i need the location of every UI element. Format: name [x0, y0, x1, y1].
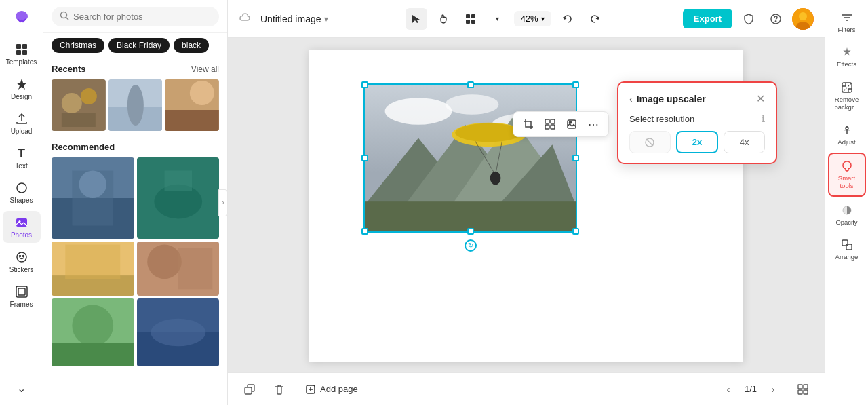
svg-rect-43 — [471, 14, 475, 18]
resize-handle-tr[interactable] — [572, 81, 579, 88]
svg-rect-51 — [545, 119, 549, 123]
upscaler-back-button[interactable]: ‹ — [629, 94, 633, 104]
svg-rect-29 — [164, 171, 192, 191]
right-tool-opacity[interactable]: Opacity — [828, 198, 866, 231]
smart-tools-label: Smart tools — [832, 174, 862, 190]
res-option-2x[interactable]: 2x — [676, 131, 719, 153]
upload-icon — [14, 111, 29, 126]
user-avatar[interactable] — [792, 8, 814, 30]
export-button[interactable]: Export — [683, 9, 732, 28]
bottom-toolbar: Add page ‹ 1/1 › — [228, 372, 825, 405]
select-tool-button[interactable] — [406, 8, 427, 30]
shield-button[interactable] — [738, 8, 760, 30]
resize-handle-bm[interactable] — [467, 228, 474, 235]
resize-handle-mr[interactable] — [572, 155, 579, 161]
smart-crop-button[interactable] — [540, 115, 559, 134]
upscaler-info-icon: ℹ — [762, 113, 765, 124]
svg-rect-0 — [16, 44, 21, 49]
redo-button[interactable] — [584, 8, 606, 30]
recent-photo-2[interactable] — [108, 79, 163, 131]
undo-button[interactable] — [557, 8, 578, 30]
sidebar-item-upload[interactable]: Upload — [3, 107, 41, 139]
add-page-button[interactable]: Add page — [298, 381, 365, 398]
recommended-photo-4[interactable] — [137, 242, 220, 296]
selected-image[interactable]: ↻ — [363, 83, 577, 233]
svg-rect-87 — [842, 240, 848, 246]
duplicate-bottom-button[interactable] — [239, 379, 260, 400]
right-tool-adjust[interactable]: Adjust — [828, 118, 866, 151]
recent-photo-1[interactable] — [52, 79, 106, 131]
svg-rect-44 — [466, 20, 470, 24]
svg-point-60 — [445, 94, 498, 115]
recommended-photo-5[interactable] — [52, 298, 134, 366]
upscaler-close-button[interactable]: ✕ — [756, 92, 765, 105]
prev-page-button[interactable]: ‹ — [717, 379, 739, 400]
filters-label: Filters — [838, 26, 856, 33]
tag-chip-blackfriday[interactable]: Black Friday — [108, 38, 170, 53]
svg-point-15 — [81, 88, 97, 104]
right-tool-smart-tools[interactable]: Smart tools — [828, 153, 866, 197]
recommended-title: Recommended — [52, 142, 219, 152]
sidebar-item-label-photos: Photos — [11, 231, 32, 239]
right-tool-arrange[interactable]: Arrange — [828, 233, 866, 266]
help-button[interactable] — [765, 8, 787, 30]
sidebar-item-shapes[interactable]: Shapes — [3, 176, 41, 208]
layout-tool-button[interactable] — [460, 8, 481, 30]
sidebar-item-frames[interactable]: Frames — [3, 280, 41, 312]
tag-chip-christmas[interactable]: Christmas — [52, 38, 104, 53]
resize-handle-br[interactable] — [572, 228, 579, 235]
more-options-button[interactable]: ⋯ — [584, 115, 603, 134]
trash-bottom-button[interactable] — [269, 379, 290, 400]
svg-point-26 — [79, 171, 107, 199]
svg-point-58 — [385, 98, 452, 124]
grid-view-button[interactable] — [792, 379, 814, 400]
right-tool-remove-bg[interactable]: Remove backgr... — [828, 75, 866, 117]
search-input[interactable] — [73, 12, 211, 22]
svg-point-47 — [775, 20, 776, 21]
svg-point-14 — [62, 93, 82, 113]
smart-tools-icon — [840, 159, 854, 173]
recommended-photo-6[interactable] — [137, 298, 220, 366]
svg-rect-11 — [18, 288, 25, 295]
resize-handle-tl[interactable] — [361, 81, 368, 88]
svg-line-72 — [646, 139, 653, 146]
resize-handle-bl[interactable] — [361, 228, 368, 235]
res-option-none[interactable] — [629, 131, 671, 153]
sidebar-item-label-frames: Frames — [10, 301, 33, 308]
photos-icon — [14, 215, 29, 230]
svg-rect-22 — [165, 110, 219, 131]
recommended-photo-1[interactable] — [52, 157, 134, 239]
sidebar-item-stickers[interactable]: Stickers — [3, 246, 41, 277]
right-tool-filters[interactable]: Filters — [828, 5, 866, 39]
sidebar-item-label-stickers: Stickers — [9, 266, 34, 273]
doc-title[interactable]: Untitled image ▾ — [260, 14, 328, 24]
tag-chip-black[interactable]: black — [174, 38, 209, 53]
hand-tool-button[interactable] — [433, 8, 454, 30]
recommended-photo-3[interactable] — [52, 242, 134, 296]
panel-collapse-handle[interactable]: › — [218, 189, 228, 216]
next-page-button[interactable]: › — [762, 379, 784, 400]
opacity-icon — [840, 204, 854, 217]
right-tool-effects[interactable]: Effects — [828, 40, 866, 73]
zoom-control[interactable]: 42% ▾ — [514, 11, 551, 26]
svg-rect-65 — [365, 201, 576, 231]
layout-chevron-button[interactable]: ▾ — [487, 8, 509, 30]
recommended-photo-2[interactable] — [137, 157, 220, 239]
sidebar-item-design[interactable]: Design — [3, 73, 41, 104]
sidebar-item-text[interactable]: T Text — [3, 142, 41, 174]
replace-button[interactable] — [562, 115, 581, 134]
svg-point-34 — [147, 245, 182, 279]
resize-handle-tm[interactable] — [467, 81, 474, 88]
top-toolbar: Untitled image ▾ — [228, 0, 825, 38]
resize-handle-ml[interactable] — [361, 155, 368, 161]
search-box[interactable] — [52, 7, 219, 26]
recent-photo-3[interactable] — [165, 79, 219, 131]
sidebar-item-more[interactable]: ⌄ — [3, 377, 41, 400]
rotate-handle[interactable]: ↻ — [465, 239, 477, 252]
sidebar-item-photos[interactable]: Photos — [3, 211, 41, 243]
res-option-4x[interactable]: 4x — [724, 131, 765, 153]
view-all-link[interactable]: View all — [191, 64, 219, 74]
svg-point-9 — [22, 256, 24, 257]
crop-button[interactable] — [519, 115, 538, 134]
sidebar-item-templates[interactable]: Templates — [3, 38, 41, 70]
